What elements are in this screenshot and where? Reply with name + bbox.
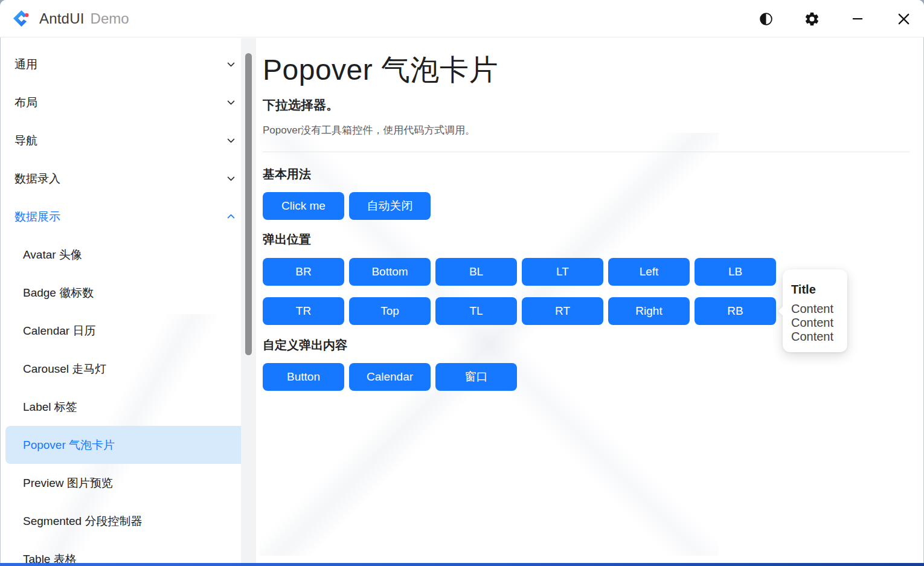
- sidebar-group-label: 布局: [14, 95, 226, 111]
- placement-right-button[interactable]: Right: [608, 297, 690, 325]
- sidebar-group-data-entry[interactable]: 数据录入: [5, 159, 252, 198]
- section-heading-basic: 基本用法: [263, 166, 910, 182]
- app-title-suffix: Demo: [91, 10, 129, 27]
- sidebar-item-calendar[interactable]: Calendar 日历: [5, 312, 252, 350]
- app-title: AntdUI: [39, 10, 85, 27]
- close-button[interactable]: [893, 8, 914, 30]
- sidebar-item-label: Carousel 走马灯: [23, 361, 236, 377]
- custom-calendar-button[interactable]: Calendar: [349, 363, 431, 391]
- placement-br-button[interactable]: BR: [263, 258, 344, 286]
- placement-tr-button[interactable]: TR: [263, 297, 344, 325]
- sidebar-item-label: Segmented 分段控制器: [23, 513, 236, 529]
- minimize-button[interactable]: [847, 8, 868, 30]
- page-description: Popover没有工具箱控件，使用代码方式调用。: [263, 124, 910, 137]
- sidebar-item-label: Table 表格: [23, 552, 236, 564]
- titlebar-actions: [755, 0, 914, 37]
- popover-card: Title Content Content Content: [783, 269, 847, 352]
- sidebar-group-navigation[interactable]: 导航: [5, 121, 252, 159]
- sidebar-item-label[interactable]: Label 标签: [5, 388, 252, 426]
- placement-lt-button[interactable]: LT: [522, 258, 603, 286]
- page-title: Popover 气泡卡片: [263, 51, 910, 89]
- chevron-down-icon: [226, 97, 236, 108]
- custom-button-row: Button Calendar 窗口: [263, 363, 910, 391]
- click-me-button[interactable]: Click me: [263, 192, 344, 220]
- popover-title: Title: [791, 283, 839, 297]
- placement-rt-button[interactable]: RT: [522, 297, 603, 325]
- sidebar-group-general[interactable]: 通用: [5, 45, 252, 83]
- sidebar-item-label: Preview 图片预览: [23, 475, 236, 491]
- sidebar-group-label: 导航: [14, 133, 226, 149]
- chevron-down-icon: [226, 173, 236, 184]
- sidebar-item-avatar[interactable]: Avatar 头像: [5, 236, 252, 274]
- sidebar-group-label: 通用: [14, 57, 226, 72]
- placement-bottom-button[interactable]: Bottom: [349, 258, 431, 286]
- close-icon: [897, 12, 911, 26]
- page-subtitle: 下拉选择器。: [263, 96, 910, 114]
- sidebar-group-data-display[interactable]: 数据展示: [5, 198, 252, 236]
- sidebar-item-label: Popover 气泡卡片: [23, 437, 236, 453]
- popover-content-line: Content: [791, 330, 839, 344]
- sidebar-item-badge[interactable]: Badge 徽标数: [5, 274, 252, 312]
- placement-top-button[interactable]: Top: [349, 297, 431, 325]
- custom-button-button[interactable]: Button: [263, 363, 344, 391]
- placement-tl-button[interactable]: TL: [435, 297, 517, 325]
- sidebar-item-carousel[interactable]: Carousel 走马灯: [5, 350, 252, 388]
- sidebar-group-layout[interactable]: 布局: [5, 83, 252, 121]
- sidebar-item-label: Avatar 头像: [23, 247, 236, 263]
- sidebar-scrollbar-track: [241, 38, 256, 563]
- placement-bl-button[interactable]: BL: [435, 258, 517, 286]
- theme-toggle-button[interactable]: [755, 8, 777, 30]
- placement-rb-button[interactable]: RB: [695, 297, 776, 325]
- chevron-down-icon: [226, 59, 236, 69]
- settings-gear-icon: [804, 11, 820, 27]
- titlebar[interactable]: AntdUI Demo: [0, 0, 924, 37]
- sidebar-item-label: Calendar 日历: [23, 323, 236, 339]
- settings-button[interactable]: [801, 8, 823, 30]
- theme-contrast-icon: [759, 11, 774, 27]
- placement-lb-button[interactable]: LB: [695, 258, 776, 286]
- section-heading-placement: 弹出位置: [263, 231, 910, 248]
- popover-content-line: Content: [791, 302, 839, 316]
- sidebar-item-segmented[interactable]: Segmented 分段控制器: [5, 502, 252, 540]
- sidebar: 通用 布局 导航 数据录入 数据展示: [1, 38, 257, 563]
- placement-left-button[interactable]: Left: [608, 258, 690, 286]
- custom-window-button[interactable]: 窗口: [435, 363, 517, 391]
- basic-button-row: Click me 自动关闭: [263, 192, 910, 220]
- minimize-icon: [851, 12, 864, 25]
- sidebar-item-popover[interactable]: Popover 气泡卡片: [5, 426, 252, 464]
- window-bottom-accent: [0, 563, 924, 566]
- sidebar-item-table[interactable]: Table 表格: [5, 540, 252, 563]
- sidebar-group-label: 数据展示: [14, 209, 226, 225]
- popover-content-line: Content: [791, 316, 839, 330]
- app-window: AntdUI Demo: [0, 0, 924, 566]
- sidebar-group-label: 数据录入: [14, 171, 226, 187]
- chevron-down-icon: [226, 135, 236, 146]
- sidebar-item-label: Label 标签: [23, 399, 236, 415]
- sidebar-scrollbar-thumb[interactable]: [245, 53, 252, 355]
- chevron-up-icon: [226, 211, 236, 222]
- antdui-logo-icon: [12, 9, 31, 28]
- divider: [263, 152, 910, 152]
- auto-close-button[interactable]: 自动关闭: [349, 192, 431, 220]
- sidebar-item-label: Badge 徽标数: [23, 285, 236, 301]
- sidebar-item-preview[interactable]: Preview 图片预览: [5, 464, 252, 502]
